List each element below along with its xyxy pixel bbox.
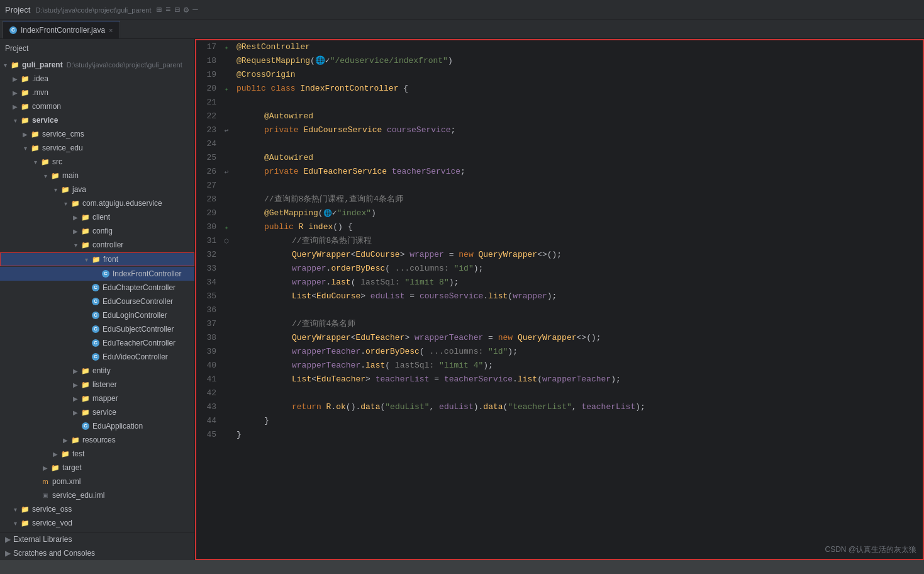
tree-item-edusubject[interactable]: C EduSubjectController [0,322,194,336]
folder-icon: 📁 [81,407,91,417]
tree-item-common[interactable]: ▶ 📁 common [0,99,194,113]
line-num-20: 20 [196,82,216,96]
minimize-icon[interactable]: — [192,4,198,15]
tree-item-service-edu[interactable]: ▾ 📁 service_edu [0,141,194,155]
editor-tab[interactable]: C IndexFrontController.java × [3,21,120,38]
tree-item-front[interactable]: ▾ 📁 front [0,252,194,266]
line-num-29: 29 [196,206,216,220]
title-bar-icons: ⊞ ≡ ⊟ ⚙ — [157,4,198,15]
gutter-26: ↩ [221,165,231,179]
tree-item-listener[interactable]: ▶ 📁 listener [0,378,194,391]
tree-item-mvn[interactable]: ▶ 📁 .mvn [0,86,194,99]
tree-item-service[interactable]: ▾ 📁 service [0,113,194,127]
tree-item-root[interactable]: ▾ 📁 guli_parent D:\study\java\code\proje… [0,58,194,72]
gutter-45 [221,442,231,456]
line-num-45: 45 [196,428,216,442]
tab-close-button[interactable]: × [109,26,113,34]
line-num-21: 21 [196,96,216,110]
tree-item-test[interactable]: ▶ 📁 test [0,447,194,461]
tree-path: D:\study\java\code\project\guli_parent [67,61,182,69]
tree-item-java[interactable]: ▾ 📁 java [0,183,194,196]
tree-item-iml-edu[interactable]: ▣ service_edu.iml [0,488,194,502]
window-icon-2[interactable]: ≡ [165,4,170,15]
tree-item-pom-edu[interactable]: m pom.xml [0,475,194,488]
tree-item-package[interactable]: ▾ 📁 com.atguigu.eduservice [0,196,194,210]
tree-item-config[interactable]: ▶ 📁 config [0,224,194,238]
tree-item-service-vod[interactable]: ▾ 📁 service_vod [0,516,194,530]
tree-item-controller[interactable]: ▾ 📁 controller [0,238,194,252]
line-num-17: 17 [196,40,216,54]
tree-item-eduapp[interactable]: C EduApplication [0,419,194,433]
tree-item-eduvideo[interactable]: C EduVideoController [0,350,194,364]
iml-file-icon: ▣ [40,490,50,500]
code-line-35: List<EduCourse> eduList = courseService.… [237,290,923,303]
line-num-33: 33 [196,262,216,276]
tree-label: target [62,463,82,472]
folder-icon: 📁 [20,74,30,84]
tree-arrow: ▶ [70,395,81,402]
gutter-23: ↩ [221,123,231,137]
folder-icon: 📁 [81,366,91,376]
code-line-18: @RequestMapping(🌐✓"/eduservice/indexfron… [237,54,923,68]
title-bar-project: Project D:\study\java\code\project\guli_… [5,5,152,14]
tree-label: service_vod [32,519,72,527]
tree-item-indexfront[interactable]: C IndexFrontController [0,267,194,281]
tree-label: main [62,171,79,180]
tree-label: .mvn [32,88,48,97]
window-icon-3[interactable]: ⊟ [174,4,179,15]
code-content[interactable]: @RestController @RequestMapping(🌐✓"/edus… [234,40,923,559]
code-line-37: //查询前4条名师 [237,317,923,331]
code-line-25: @Autowired [237,151,923,165]
external-libraries-item[interactable]: ▶ External Libraries [0,532,194,546]
line-num-25: 25 [196,151,216,165]
line-num-27: 27 [196,179,216,193]
gutter-18 [221,54,231,68]
tree-item-idea[interactable]: ▶ 📁 .idea [0,72,194,86]
tree-label: entity [92,366,111,375]
tree-item-main[interactable]: ▾ 📁 main [0,169,194,183]
tree-item-src[interactable]: ▾ 📁 src [0,155,194,169]
tree-item-entity[interactable]: ▶ 📁 entity [0,364,194,378]
tree-label: IndexFrontController [113,269,181,278]
line-num-32: 32 [196,248,216,262]
tree-item-resources[interactable]: ▶ 📁 resources [0,433,194,447]
expand-icon: ▶ [5,549,11,558]
code-scroll[interactable]: 17 18 19 20 21 22 23 24 25 26 27 28 29 3… [196,40,923,559]
tree-arrow: ▶ [50,451,60,458]
java-file-icon: C [91,352,101,362]
tree-arrow: ▶ [70,368,81,374]
tree-item-target[interactable]: ▶ 📁 target [0,461,194,475]
xml-file-icon: m [40,476,50,487]
tree-item-service-oss[interactable]: ▾ 📁 service_oss [0,502,194,516]
line-num-44: 44 [196,414,216,428]
tree-arrow: ▾ [10,520,20,527]
tree-item-educourse[interactable]: C EduCourseController [0,295,194,308]
line-num-18: 18 [196,54,216,68]
tree-label: guli_parent [22,60,63,69]
tree-label: client [92,213,110,222]
tree-item-eduteacher[interactable]: C EduTeacherController [0,336,194,350]
tree-label: config [92,227,113,235]
tree-item-service-inner[interactable]: ▶ 📁 service [0,405,194,419]
sidebar-tree[interactable]: ▾ 📁 guli_parent D:\study\java\code\proje… [0,58,194,532]
tree-label: EduLoginController [103,311,167,320]
tree-item-client[interactable]: ▶ 📁 client [0,210,194,224]
settings-icon[interactable]: ⚙ [184,4,189,15]
gutter-19 [221,68,231,82]
line-num-35: 35 [196,290,216,303]
code-line-19: @CrossOrigin [237,68,923,82]
folder-icon: 📁 [20,115,30,125]
tree-item-mapper[interactable]: ▶ 📁 mapper [0,391,194,405]
tree-item-service-cms[interactable]: ▶ 📁 service_cms [0,127,194,141]
folder-icon: 📁 [30,129,40,139]
java-file-icon: C [91,324,101,334]
gutter-30b: ⬡ [221,234,231,248]
project-label[interactable]: Project [5,5,30,14]
tree-item-educhapter[interactable]: C EduChapterController [0,281,194,295]
tree-item-edulogin[interactable]: C EduLoginController [0,308,194,322]
window-icon-1[interactable]: ⊞ [157,4,162,15]
gutter-38 [221,345,231,359]
sidebar-header: Project [0,39,194,58]
code-line-22: @Autowired [237,110,923,123]
scratches-consoles-item[interactable]: ▶ Scratches and Consoles [0,546,194,560]
